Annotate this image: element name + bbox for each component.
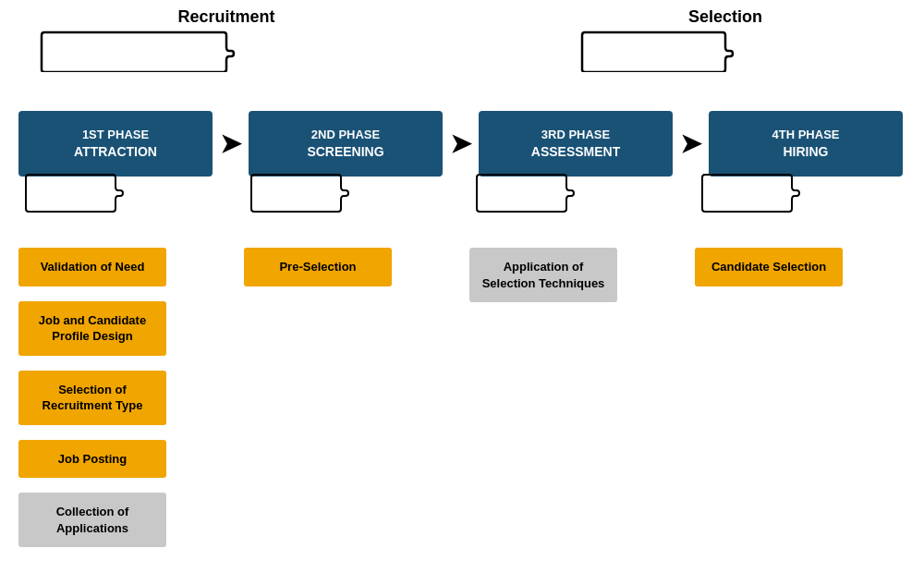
phases-row: 1ST PHASE ATTRACTION ➤ 2ND PHASE SCREENI…: [18, 111, 906, 177]
recruitment-section: Recruitment: [28, 7, 425, 72]
item-job-posting: Job Posting: [18, 440, 166, 479]
item-candidate-selection: Candidate Selection: [695, 248, 843, 286]
col-4-items: Candidate Selection: [695, 240, 843, 286]
item-validation: Validation of Need: [18, 248, 166, 286]
phase-3-num: 3RD PHASE: [488, 128, 663, 143]
arrow-2: ➤: [443, 128, 479, 159]
item-selection-recruitment: Selection of Recruitment Type: [18, 371, 166, 425]
phase-3-box: 3RD PHASE ASSESSMENT: [479, 111, 673, 177]
selection-label: Selection: [688, 7, 762, 27]
phase-1-name: ATTRACTION: [74, 144, 157, 159]
recruitment-label: Recruitment: [177, 7, 274, 27]
arrow-3: ➤: [673, 128, 709, 159]
col-1-items: Validation of Need Job and Candidate Pro…: [18, 240, 166, 547]
selection-brace: [573, 30, 878, 72]
item-job-candidate: Job and Candidate Profile Design: [18, 301, 166, 356]
col-2-items: Pre-Selection: [244, 240, 392, 286]
phase-3-sub-brace: [469, 174, 663, 213]
item-collection: Collection of Applications: [18, 493, 166, 547]
phase-1-box: 1ST PHASE ATTRACTION: [18, 111, 213, 177]
selection-section: Selection: [573, 7, 878, 72]
phase-2-sub-brace: [244, 174, 438, 213]
phase-2-name: SCREENING: [307, 144, 383, 159]
item-pre-selection: Pre-Selection: [244, 248, 392, 286]
phase-2-num: 2ND PHASE: [258, 128, 433, 143]
arrow-1: ➤: [213, 128, 249, 159]
phase-1-num: 1ST PHASE: [28, 128, 203, 143]
phase-4-box: 4TH PHASE HIRING: [709, 111, 903, 177]
phase-1-sub-brace: [18, 174, 213, 213]
phase-3-name: ASSESSMENT: [531, 144, 620, 159]
item-application-techniques: Application of Selection Techniques: [469, 248, 617, 302]
phase-4-sub-brace: [695, 174, 889, 213]
phase-4-num: 4TH PHASE: [718, 128, 894, 143]
recruitment-brace: [32, 30, 420, 72]
diagram-container: Recruitment Selection 1ST PHASE ATTRACTI…: [0, 0, 924, 585]
col-3-items: Application of Selection Techniques: [469, 240, 617, 302]
phase-2-box: 2ND PHASE SCREENING: [249, 111, 443, 177]
phase-4-name: HIRING: [784, 144, 829, 159]
